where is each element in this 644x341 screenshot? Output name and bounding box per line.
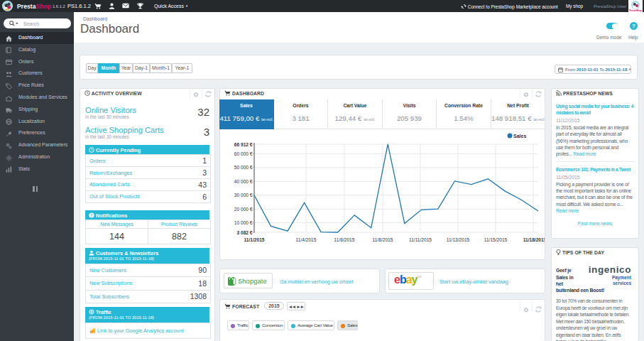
svg-text:66 912 €: 66 912 € [234,142,253,147]
svg-text:20 000 €: 20 000 € [234,207,253,212]
svg-text:11/15/2015: 11/15/2015 [484,237,508,242]
svg-text:11/18/2015: 11/18/2015 [523,237,545,242]
svg-text:11/13/2015: 11/13/2015 [447,237,470,242]
svg-text:11/8/2015: 11/8/2015 [373,237,393,242]
svg-text:10 000 €: 10 000 € [234,220,253,225]
svg-text:40 000 €: 40 000 € [234,179,253,184]
svg-text:11/11/2015: 11/11/2015 [409,237,432,242]
svg-text:11/6/2015: 11/6/2015 [334,237,355,242]
svg-text:11/4/2015: 11/4/2015 [296,237,317,242]
svg-text:3 082 €: 3 082 € [237,230,253,235]
svg-text:11/1/2015: 11/1/2015 [244,237,265,242]
svg-text:30 000 €: 30 000 € [234,193,253,197]
svg-text:Sales: Sales [513,134,526,139]
svg-text:50 000 €: 50 000 € [234,165,253,170]
svg-text:60 000 €: 60 000 € [234,151,253,156]
